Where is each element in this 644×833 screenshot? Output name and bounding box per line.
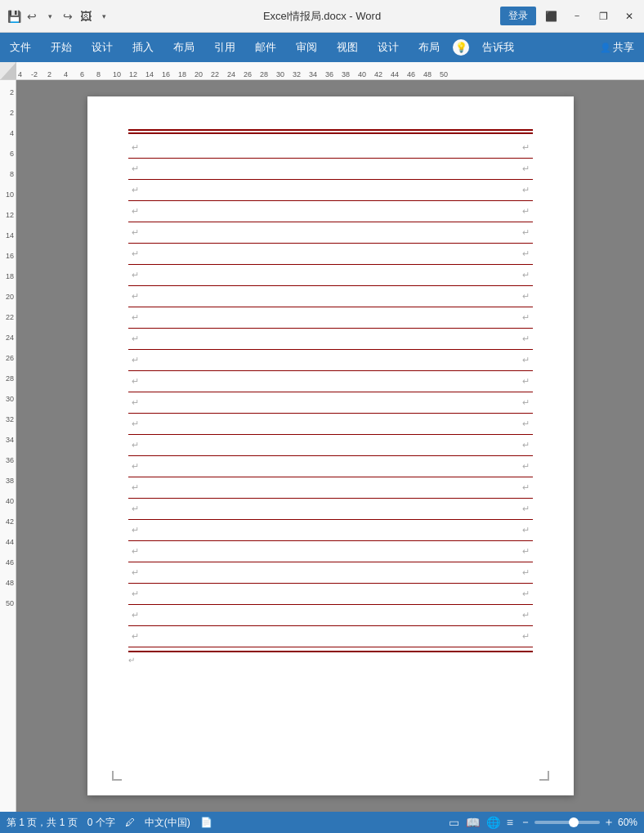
table-row[interactable]: ↵ ↵	[128, 626, 533, 647]
para-mark-left: ↵	[132, 334, 139, 344]
language[interactable]: 中文(中国)	[145, 816, 190, 830]
zoom-controls: － ＋ 60%	[520, 815, 637, 830]
zoom-thumb	[569, 817, 579, 827]
word-count[interactable]: 0 个字	[87, 816, 115, 830]
para-mark-right: ↵	[522, 631, 530, 642]
table-row[interactable]: ↵ ↵	[128, 180, 533, 201]
para-mark-right: ↵	[522, 291, 530, 302]
zoom-plus-button[interactable]: ＋	[603, 815, 615, 830]
para-mark-right: ↵	[522, 249, 530, 259]
save-icon[interactable]: 💾	[7, 9, 21, 24]
vertical-ruler: 2 2 4 6 8 10 12 14 16 18 20 22 24 26 28 …	[0, 80, 16, 812]
table-row[interactable]: ↵ ↵	[128, 222, 533, 244]
para-mark-left: ↵	[132, 163, 139, 174]
close-button[interactable]: ✕	[618, 5, 641, 28]
table-row[interactable]: ↵ ↵	[128, 244, 533, 265]
table-row[interactable]: ↵ ↵	[128, 499, 533, 520]
table-row[interactable]: ↵ ↵	[128, 435, 533, 456]
print-layout-button[interactable]: ▭	[449, 816, 459, 829]
undo-dropdown-icon[interactable]: ▾	[42, 9, 57, 24]
horizontal-ruler: 4 -2 2 4 6 8 10 12 14 16 18 20 22 24 26 …	[16, 62, 644, 80]
para-mark-left: ↵	[132, 206, 139, 217]
menu-home[interactable]: 开始	[41, 33, 82, 62]
para-mark-left: ↵	[132, 376, 139, 387]
para-mark-left: ↵	[132, 610, 139, 620]
menu-references[interactable]: 引用	[204, 33, 245, 62]
outline-view-button[interactable]: ≡	[507, 816, 513, 829]
para-mark-right: ↵	[522, 440, 530, 450]
document-page[interactable]: ↵ ↵ ↵ ↵ ↵ ↵ ↵ ↵ ↵ ↵ ↵ ↵ ↵ ↵ ↵ ↵ ↵ ↵ ↵ ↵	[87, 96, 574, 795]
read-mode-button[interactable]: 📖	[466, 816, 480, 829]
redo-icon[interactable]: ↪	[60, 9, 75, 24]
table-row[interactable]: ↵ ↵	[128, 159, 533, 180]
table-row[interactable]: ↵ ↵	[128, 286, 533, 307]
para-mark-left: ↵	[132, 312, 139, 323]
table-row[interactable]: ↵ ↵	[128, 201, 533, 222]
table-row[interactable]: ↵ ↵	[128, 350, 533, 371]
zoom-slider[interactable]	[534, 821, 600, 824]
web-layout-button[interactable]: 🌐	[486, 816, 500, 829]
menu-file[interactable]: 文件	[0, 33, 41, 62]
menu-bar: 文件 开始 设计 插入 布局 引用 邮件 审阅 视图 设计 布局 💡 告诉我 👤…	[0, 33, 644, 62]
table-row[interactable]: ↵ ↵	[128, 329, 533, 350]
para-mark-right: ↵	[522, 376, 530, 387]
final-para-mark: ↵	[128, 652, 533, 667]
minimize-button[interactable]: －	[566, 5, 588, 28]
login-button[interactable]: 登录	[500, 7, 536, 25]
word-count-icon[interactable]: 📄	[200, 817, 212, 828]
tell-me-icon[interactable]: 💡	[453, 39, 469, 56]
zoom-percent[interactable]: 60%	[618, 817, 637, 828]
menu-insert[interactable]: 插入	[123, 33, 163, 62]
para-mark-right: ↵	[522, 589, 530, 599]
table-row[interactable]: ↵ ↵	[128, 541, 533, 562]
para-mark-right: ↵	[522, 567, 530, 578]
table-row[interactable]: ↵ ↵	[128, 307, 533, 329]
menu-design2[interactable]: 设计	[368, 33, 409, 62]
para-mark-right: ↵	[522, 355, 530, 365]
customize-dropdown-icon[interactable]: ▾	[96, 9, 111, 24]
menu-view[interactable]: 视图	[327, 33, 368, 62]
status-bar: 第 1 页，共 1 页 0 个字 🖊 中文(中国) 📄 ▭ 📖 🌐 ≡ － ＋ …	[0, 812, 644, 833]
para-mark-left: ↵	[132, 291, 139, 302]
menu-review[interactable]: 审阅	[286, 33, 327, 62]
menu-layout[interactable]: 布局	[163, 33, 204, 62]
status-right-controls: ▭ 📖 🌐 ≡ － ＋ 60%	[449, 815, 637, 830]
para-mark-right: ↵	[522, 461, 530, 472]
menu-mailings[interactable]: 邮件	[245, 33, 286, 62]
table-row[interactable]: ↵ ↵	[128, 605, 533, 626]
table-row[interactable]: ↵ ↵	[128, 137, 533, 159]
table-row[interactable]: ↵ ↵	[128, 414, 533, 435]
para-mark-right: ↵	[522, 610, 530, 620]
para-mark-left: ↵	[132, 461, 139, 472]
menu-tell-me[interactable]: 告诉我	[472, 33, 524, 62]
para-mark-left: ↵	[132, 142, 139, 153]
zoom-minus-button[interactable]: －	[520, 815, 531, 830]
para-mark-right: ↵	[522, 546, 530, 557]
undo-icon[interactable]: ↩	[25, 9, 39, 24]
maximize-button[interactable]: ❐	[592, 5, 615, 28]
table-row[interactable]: ↵ ↵	[128, 456, 533, 477]
page-count[interactable]: 第 1 页，共 1 页	[7, 816, 78, 830]
table-row[interactable]: ↵ ↵	[128, 562, 533, 584]
table-row[interactable]: ↵ ↵	[128, 584, 533, 605]
table-row[interactable]: ↵ ↵	[128, 477, 533, 499]
ribbon-toggle-button[interactable]: ⬛	[539, 5, 562, 28]
document-area[interactable]: ↵ ↵ ↵ ↵ ↵ ↵ ↵ ↵ ↵ ↵ ↵ ↵ ↵ ↵ ↵ ↵ ↵ ↵ ↵ ↵	[16, 80, 644, 812]
para-mark-right: ↵	[522, 163, 530, 174]
table-row[interactable]: ↵ ↵	[128, 371, 533, 392]
proofread-icon[interactable]: 🖊	[125, 817, 135, 828]
ruler-corner	[0, 62, 16, 80]
para-mark-right: ↵	[522, 206, 530, 217]
para-mark-left: ↵	[132, 397, 139, 408]
para-mark-left: ↵	[132, 525, 139, 535]
menu-share[interactable]: 👤 共享	[590, 33, 644, 62]
view-icon[interactable]: 🖼	[78, 9, 93, 24]
table-row[interactable]: ↵ ↵	[128, 265, 533, 286]
table-row[interactable]: ↵ ↵	[128, 520, 533, 541]
title-right-controls: 登录 ⬛ － ❐ ✕	[500, 5, 644, 28]
para-mark-right: ↵	[522, 312, 530, 323]
para-mark-right: ↵	[522, 419, 530, 429]
menu-design[interactable]: 设计	[82, 33, 123, 62]
menu-layout2[interactable]: 布局	[409, 33, 449, 62]
table-row[interactable]: ↵ ↵	[128, 392, 533, 414]
